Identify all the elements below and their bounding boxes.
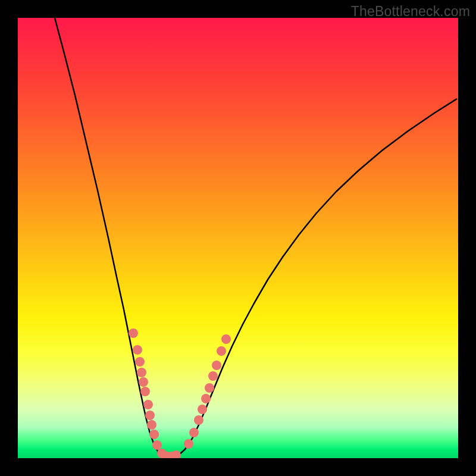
- data-dot: [221, 334, 231, 344]
- data-dot: [171, 450, 181, 458]
- data-dot: [133, 345, 142, 355]
- data-dot: [157, 449, 167, 458]
- data-dot: [184, 439, 193, 449]
- data-dot: [143, 400, 153, 409]
- data-dot: [189, 428, 199, 437]
- data-dot: [208, 371, 218, 381]
- data-dot: [152, 440, 162, 450]
- data-dot: [198, 405, 207, 414]
- data-dot: [129, 328, 138, 338]
- data-dot: [167, 452, 176, 458]
- data-dot: [140, 387, 150, 396]
- data-dot: [147, 420, 156, 430]
- watermark-text: TheBottleneck.com: [351, 4, 470, 20]
- data-dots: [129, 328, 231, 458]
- data-dot: [162, 452, 171, 458]
- data-dot: [135, 357, 145, 367]
- data-dot: [139, 377, 148, 387]
- data-dot: [137, 368, 146, 377]
- data-dot: [201, 394, 211, 403]
- outer-frame: TheBottleneck.com: [0, 0, 476, 476]
- bottleneck-curve: [55, 18, 457, 457]
- data-dot: [205, 383, 214, 393]
- data-dot: [194, 415, 203, 425]
- chart-svg: [18, 18, 458, 458]
- plot-area: [18, 18, 458, 458]
- data-dot: [217, 346, 226, 356]
- data-dot: [145, 411, 155, 420]
- data-dot: [149, 430, 159, 439]
- data-dot: [212, 361, 221, 370]
